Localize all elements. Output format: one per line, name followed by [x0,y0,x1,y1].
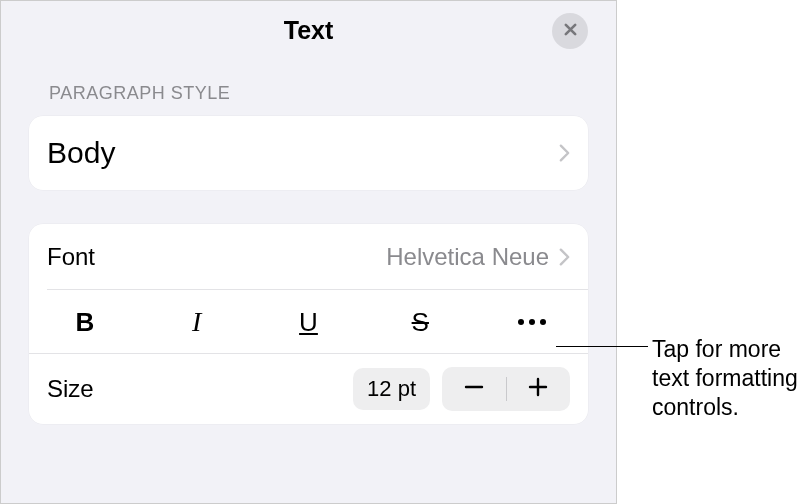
underline-button[interactable]: U [253,290,365,354]
size-stepper [442,367,570,411]
size-label: Size [47,375,94,403]
ellipsis-icon [518,319,546,325]
minus-icon [463,376,485,402]
italic-button[interactable]: I [141,290,253,354]
size-increase-button[interactable] [507,367,571,411]
more-options-button[interactable] [476,290,588,354]
close-button[interactable] [552,13,588,49]
size-row: Size 12 pt [29,354,588,424]
callout-leader-line [556,346,648,347]
bold-button[interactable]: B [29,290,141,354]
size-decrease-button[interactable] [442,367,506,411]
callout-text: Tap for more text formatting controls. [652,335,802,421]
format-buttons-row: B I U S [29,290,588,354]
chevron-right-icon [559,247,570,267]
panel-header: Text [29,1,588,59]
paragraph-style-card: Body [29,116,588,190]
font-row[interactable]: Font Helvetica Neue [29,224,588,290]
font-label: Font [47,243,95,271]
plus-icon [527,376,549,402]
callout-annotation: Tap for more text formatting controls. [617,0,802,504]
text-attributes-card: Font Helvetica Neue B I U S Si [29,224,588,424]
paragraph-style-section-label: Paragraph Style [29,83,588,104]
font-value: Helvetica Neue [95,243,549,271]
text-format-panel: Text Paragraph Style Body Font Helvetica… [0,0,617,504]
strikethrough-button[interactable]: S [364,290,476,354]
close-icon [563,22,578,41]
chevron-right-icon [559,143,570,163]
panel-title: Text [284,16,334,45]
paragraph-style-name: Body [47,136,549,170]
paragraph-style-row[interactable]: Body [29,116,588,190]
size-value[interactable]: 12 pt [353,368,430,410]
